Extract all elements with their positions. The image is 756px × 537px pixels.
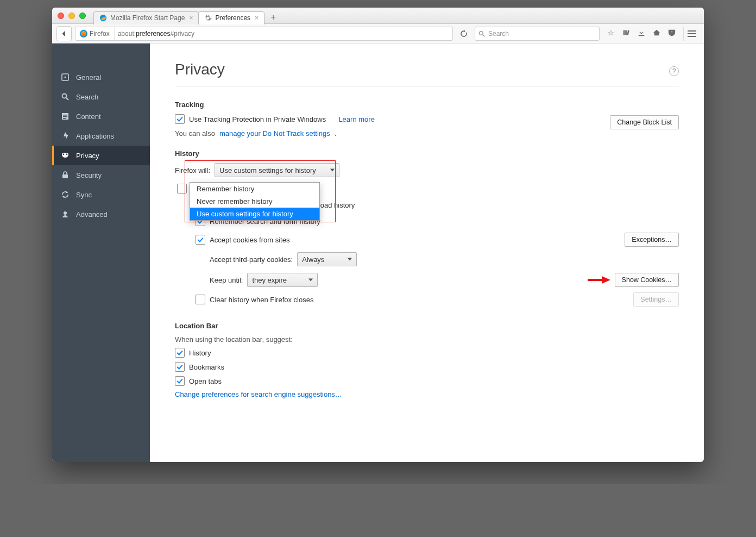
sync-icon	[61, 190, 70, 199]
sidebar-item-security[interactable]: Security	[52, 165, 150, 185]
sidebar-item-general[interactable]: General	[52, 67, 150, 87]
svg-rect-7	[688, 33, 696, 34]
change-block-list-button[interactable]: Change Block List	[610, 115, 679, 129]
section-heading-location-bar: Location Bar	[175, 322, 679, 330]
content-icon	[61, 112, 70, 121]
sidebar-label: Content	[76, 113, 101, 121]
svg-point-1	[480, 31, 483, 35]
reload-button[interactable]	[456, 27, 471, 40]
sidebar-item-search[interactable]: Search	[52, 87, 150, 107]
library-icon[interactable]	[621, 29, 631, 38]
sidebar-label: Security	[76, 171, 102, 179]
identity-label: Firefox	[90, 30, 110, 38]
clear-on-close-label: Clear history when Firefox closes	[210, 296, 313, 304]
keep-until-value: they expire	[252, 276, 287, 284]
svg-point-18	[64, 211, 67, 215]
tab-label: Preferences	[215, 14, 250, 22]
preferences-body: General Search Content Applications Priv…	[52, 43, 704, 462]
third-party-label: Accept third-party cookies:	[210, 255, 293, 264]
tracking-protection-checkbox[interactable]	[175, 114, 185, 124]
change-search-suggestions-link[interactable]: Change preferences for search engine sug…	[175, 390, 342, 398]
cookie-exceptions-button[interactable]: Exceptions…	[625, 233, 679, 247]
firefox-icon	[99, 14, 107, 22]
traffic-lights	[58, 13, 86, 19]
close-window-button[interactable]	[58, 13, 64, 19]
category-sidebar: General Search Content Applications Priv…	[52, 43, 150, 462]
hamburger-icon	[688, 30, 696, 38]
sidebar-item-applications[interactable]: Applications	[52, 126, 150, 146]
tab-close-icon[interactable]: ×	[255, 14, 259, 22]
sidebar-item-privacy[interactable]: Privacy	[52, 146, 150, 165]
sidebar-label: Sync	[76, 191, 92, 199]
dnt-pre: You can also	[175, 129, 215, 138]
clear-on-close-checkbox[interactable]	[196, 295, 205, 304]
new-tab-button[interactable]: +	[267, 13, 280, 22]
manage-dnt-link[interactable]: manage your Do Not Track settings	[219, 129, 330, 138]
titlebar: Mozilla Firefox Start Page × Preferences…	[52, 8, 704, 24]
clear-settings-button[interactable]: Settings…	[633, 292, 679, 307]
browser-window: Mozilla Firefox Start Page × Preferences…	[52, 8, 704, 462]
svg-rect-3	[623, 30, 625, 35]
search-icon	[61, 92, 70, 101]
keep-until-select[interactable]: they expire	[247, 273, 318, 287]
identity-box[interactable]: Firefox	[75, 27, 115, 40]
downloads-icon[interactable]	[637, 29, 646, 38]
search-icon	[478, 30, 485, 37]
menu-button[interactable]	[683, 27, 700, 41]
show-cookies-button[interactable]: Show Cookies…	[615, 273, 679, 287]
arrow-left-icon	[60, 30, 68, 38]
svg-rect-8	[688, 36, 696, 37]
svg-line-12	[66, 98, 68, 100]
sidebar-label: Applications	[76, 132, 114, 140]
third-party-value: Always	[302, 255, 324, 264]
suggest-open-tabs-checkbox[interactable]	[175, 376, 185, 386]
tab-start-page[interactable]: Mozilla Firefox Start Page ×	[93, 11, 199, 24]
url-bar[interactable]: Firefox about:preferences#privacy	[75, 27, 453, 41]
dropdown-option-custom[interactable]: Use custom settings for history	[190, 208, 319, 220]
sidebar-item-content[interactable]: Content	[52, 107, 150, 126]
svg-point-10	[65, 77, 66, 78]
tab-preferences[interactable]: Preferences ×	[198, 11, 264, 24]
location-bar-intro: When using the location bar, suggest:	[175, 335, 293, 344]
bookmark-star-icon[interactable]: ☆	[606, 29, 616, 38]
svg-rect-6	[688, 30, 696, 32]
tab-close-icon[interactable]: ×	[189, 14, 193, 22]
back-button[interactable]	[56, 26, 72, 41]
applications-icon	[61, 132, 70, 140]
history-mode-value: Use custom settings for history	[219, 166, 316, 174]
help-button[interactable]: ?	[669, 66, 679, 76]
pocket-icon[interactable]	[667, 29, 677, 38]
minimize-window-button[interactable]	[68, 13, 75, 19]
learn-more-link[interactable]: Learn more	[338, 115, 374, 123]
sidebar-label: General	[76, 73, 101, 82]
third-party-select[interactable]: Always	[297, 252, 357, 266]
always-private-checkbox[interactable]	[177, 184, 187, 193]
toolbar-icons: ☆	[603, 29, 680, 38]
accept-cookies-checkbox[interactable]	[196, 235, 205, 245]
suggest-open-tabs-label: Open tabs	[189, 377, 222, 385]
zoom-window-button[interactable]	[79, 13, 86, 19]
history-mode-select[interactable]: Use custom settings for history	[215, 163, 339, 177]
svg-rect-17	[62, 174, 68, 178]
suggest-bookmarks-label: Bookmarks	[189, 363, 224, 371]
search-placeholder: Search	[488, 30, 509, 38]
search-bar[interactable]: Search	[475, 27, 600, 41]
dropdown-option-never[interactable]: Never remember history	[190, 195, 319, 208]
firefox-icon	[80, 30, 87, 38]
sidebar-item-sync[interactable]: Sync	[52, 185, 150, 204]
accept-cookies-label: Accept cookies from sites	[210, 236, 289, 244]
suggest-bookmarks-checkbox[interactable]	[175, 362, 185, 372]
sidebar-item-advanced[interactable]: Advanced	[52, 204, 150, 224]
history-mode-dropdown[interactable]: Remember history Never remember history …	[190, 182, 320, 221]
sidebar-label: Search	[76, 93, 98, 101]
suggest-history-checkbox[interactable]	[175, 348, 185, 358]
dropdown-option-remember[interactable]: Remember history	[190, 183, 319, 195]
section-heading-tracking: Tracking	[175, 101, 679, 109]
tracking-protection-label: Use Tracking Protection in Private Windo…	[189, 115, 326, 123]
reload-icon	[460, 30, 468, 38]
svg-marker-20	[602, 276, 610, 284]
svg-rect-5	[627, 30, 629, 35]
home-icon[interactable]	[652, 29, 662, 38]
tab-label: Mozilla Firefox Start Page	[110, 14, 185, 22]
svg-rect-16	[63, 118, 66, 119]
